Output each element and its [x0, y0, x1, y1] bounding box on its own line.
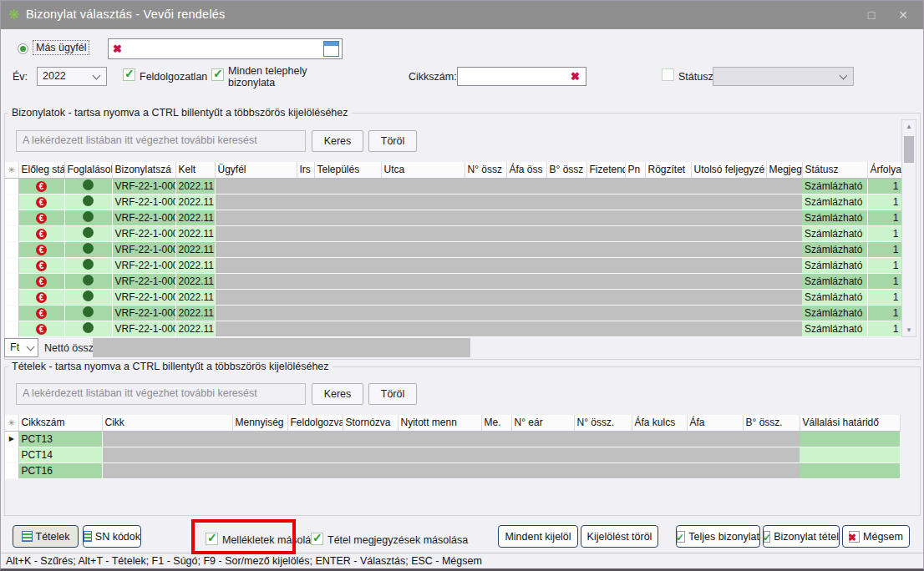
column-header[interactable]: B° össz. [743, 415, 800, 431]
column-header[interactable]: Feldolgozva [287, 415, 343, 431]
table-row[interactable]: €VRF-22-1-000022022.11Számlázható1 [5, 194, 901, 210]
minden-telephely-label-1[interactable]: Minden telephely [228, 65, 307, 77]
euro-status-icon: € [36, 197, 47, 208]
sn-kodok-button[interactable]: SN kódok [83, 525, 141, 548]
minden-telephely-checkbox[interactable] [211, 68, 224, 81]
table-row[interactable]: PCT16 [5, 462, 900, 478]
column-header[interactable]: Nyitott menn [398, 415, 481, 431]
blank-cell [215, 321, 297, 336]
ev-combobox[interactable]: 2022 [37, 67, 107, 86]
column-header[interactable]: Előleg stá [18, 162, 64, 178]
column-header[interactable]: Bizonylatszá ▼ [112, 162, 175, 178]
mindent-kijelol-button[interactable]: Mindent kijelöl [498, 525, 578, 548]
bizonylatok-search-input[interactable]: A lekérdezett listában itt végezhet tová… [16, 130, 306, 152]
blank-cell [314, 305, 381, 321]
arfolyam-cell: 1 [867, 289, 901, 305]
currency-combobox[interactable]: Ft [4, 338, 38, 357]
blank-cell [511, 447, 574, 462]
blank-cell [546, 225, 586, 241]
close-icon[interactable]: ✕ [891, 7, 915, 23]
column-header[interactable]: Település [314, 162, 381, 178]
teljes-bizonylat-label: Teljes bizonylat [688, 531, 759, 543]
column-header[interactable]: B° össz [546, 162, 586, 178]
column-header[interactable]: Irs [297, 162, 314, 178]
column-header[interactable]: Fizetend [586, 162, 625, 178]
column-header[interactable]: N° eár [511, 415, 574, 431]
table-row[interactable]: €VRF-22-1-000012022.11Számlázható1 [5, 273, 901, 289]
statusz-checkbox[interactable] [662, 68, 674, 81]
clear-cikkszam-icon[interactable]: ✖ [571, 70, 580, 83]
column-header[interactable]: Foglalások [64, 162, 112, 178]
tetelek-toggle-button[interactable]: Tételek [13, 525, 79, 548]
table-row[interactable]: €VRF-22-1-000012022.11Számlázható1 [5, 257, 901, 273]
bizonylatok-keres-button[interactable]: Keres [312, 130, 363, 152]
clear-ugyfel-icon[interactable]: ✖ [113, 43, 122, 55]
mas-ugyfel-radio[interactable] [18, 43, 28, 54]
table-row[interactable]: PCT14 [5, 447, 900, 462]
scrollbar-thumb[interactable] [904, 136, 914, 163]
mas-ugyfel-label[interactable]: Más ügyfél [33, 40, 89, 55]
column-header[interactable]: N° össz. [574, 415, 632, 431]
column-header[interactable]: Áfa kulcs [632, 415, 687, 431]
vertical-scrollbar[interactable]: ▲ ▼ [901, 119, 916, 337]
column-header[interactable]: N° össz [465, 162, 506, 178]
statusz-label: Státusz: [678, 71, 716, 83]
scroll-down-icon[interactable]: ▼ [902, 324, 916, 336]
column-header[interactable]: Utolsó feljegyzé [691, 162, 766, 178]
tetelek-header-row[interactable]: ✳CikkszámCikkMennyiségFeldolgozvaStornóz… [5, 415, 900, 431]
table-row[interactable]: €VRF-22-1-000012022.11Számlázható1 [5, 321, 901, 336]
table-row[interactable]: €VRF-22-1-000012022.11Számlázható1 [5, 305, 901, 321]
column-header[interactable]: Mennyiség [232, 415, 287, 431]
column-header[interactable]: Utca [381, 162, 465, 178]
blank-cell [102, 462, 232, 478]
scroll-up-icon[interactable]: ▲ [902, 120, 916, 133]
kijelolest-torol-button[interactable]: Kijelölést töröl [581, 525, 658, 548]
tetel-megjegyzesek-checkbox[interactable] [311, 533, 323, 545]
bizonylatok-header-row[interactable]: ✳Előleg stáFoglalásokBizonylatszá ▼KeltÜ… [5, 162, 901, 178]
column-header[interactable]: Árfolyam [867, 162, 901, 178]
feldolgozatlan-checkbox[interactable] [123, 68, 135, 81]
statusz-combobox[interactable] [713, 67, 854, 86]
mellekletek-masolasa-checkbox[interactable] [206, 533, 218, 545]
cikkszam-input[interactable]: ✖ [457, 67, 586, 86]
bizonylat-tetel-button[interactable]: ✓ Bizonylat tétel [763, 525, 840, 548]
column-header[interactable]: Rögzítet [645, 162, 691, 178]
bizonylatok-torol-button[interactable]: Töröl [368, 130, 417, 152]
column-header[interactable]: Pn [625, 162, 645, 178]
statusz-cell: Számlázható [802, 321, 867, 336]
table-row[interactable]: €VRF-22-1-000032022.11Számlázható1 [5, 178, 901, 194]
ugyfel-input[interactable]: ✖ [108, 38, 343, 59]
table-row[interactable]: €VRF-22-1-000022022.11Számlázható1 [5, 241, 901, 257]
column-header[interactable]: Ügyfél [215, 162, 297, 178]
column-header[interactable]: Cikk [102, 415, 232, 431]
maximize-icon[interactable]: □ [860, 7, 883, 23]
tetel-megjegyzesek-label[interactable]: Tétel megjegyzések másolása [327, 534, 468, 546]
blank-cell [381, 321, 465, 336]
column-header[interactable]: Áfa [687, 415, 743, 431]
column-header[interactable]: Státusz [802, 162, 867, 178]
column-header[interactable]: Vállalási határidő [800, 415, 900, 431]
feldolgozatlan-label[interactable]: Feldolgozatlan [140, 71, 207, 83]
teljes-bizonylat-button[interactable]: ✓ Teljes bizonylat [676, 525, 760, 548]
table-row[interactable]: €VRF-22-1-000012022.11Számlázható1 [5, 289, 901, 305]
blank-cell [215, 289, 297, 305]
tetelek-search-input[interactable]: A lekérdezett listában itt végezhet tová… [16, 383, 306, 405]
minden-telephely-label-2[interactable]: bizonylata [228, 77, 275, 88]
table-row[interactable]: ▶PCT13 [5, 431, 900, 447]
megsem-button[interactable]: ✖ Mégsem [842, 525, 910, 548]
kelt-cell: 2022.11 [175, 257, 215, 273]
table-row[interactable]: €VRF-22-1-000022022.11Számlázható1 [5, 225, 901, 241]
column-header[interactable]: Me. [481, 415, 511, 431]
mellekletek-masolasa-label[interactable]: Mellékletek másolása [222, 534, 322, 546]
tetelek-torol-button[interactable]: Töröl [368, 383, 417, 405]
column-header[interactable]: Megjegy [766, 162, 802, 178]
column-header[interactable]: Áfa öss [506, 162, 546, 178]
column-header[interactable]: Kelt [175, 162, 215, 178]
tetelek-keres-button[interactable]: Keres [312, 383, 363, 405]
calendar-picker-icon[interactable] [323, 41, 339, 57]
column-header[interactable]: Cikkszám [18, 415, 102, 431]
blank-cell [297, 225, 314, 241]
blank-cell [381, 289, 465, 305]
column-header[interactable]: Stornózva [343, 415, 398, 431]
table-row[interactable]: €VRF-22-1-000022022.11Számlázható1 [5, 210, 901, 225]
